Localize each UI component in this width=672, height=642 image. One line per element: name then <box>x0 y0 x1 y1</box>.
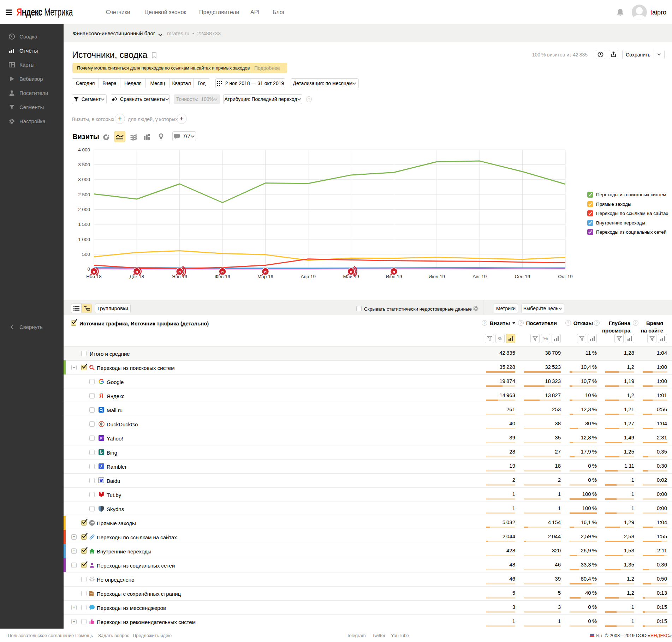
svg-text:2 500: 2 500 <box>78 192 90 197</box>
svg-text:3 500: 3 500 <box>78 162 90 167</box>
svg-text:н: н <box>221 269 224 274</box>
svg-text:0: 0 <box>87 266 90 272</box>
svg-text:н: н <box>264 269 267 274</box>
svg-text:н: н <box>350 269 352 274</box>
svg-text:1 500: 1 500 <box>78 222 90 227</box>
svg-text:Авг 19: Авг 19 <box>472 274 487 279</box>
svg-text:2 000: 2 000 <box>78 207 90 212</box>
svg-text:н: н <box>136 269 138 274</box>
svg-text:Окт 19: Окт 19 <box>558 274 573 279</box>
svg-text:н: н <box>178 269 181 274</box>
svg-text:1 000: 1 000 <box>78 237 90 242</box>
svg-text:Июл 19: Июл 19 <box>429 274 445 279</box>
svg-text:н: н <box>393 269 395 274</box>
svg-text:3 000: 3 000 <box>78 177 90 182</box>
svg-text:500: 500 <box>82 252 90 257</box>
svg-text:!: ! <box>102 436 104 440</box>
svg-text:Апр 19: Апр 19 <box>301 274 316 279</box>
svg-text:4 000: 4 000 <box>78 147 90 152</box>
svg-text:Сен 19: Сен 19 <box>515 274 530 279</box>
svg-text:н: н <box>93 269 95 274</box>
